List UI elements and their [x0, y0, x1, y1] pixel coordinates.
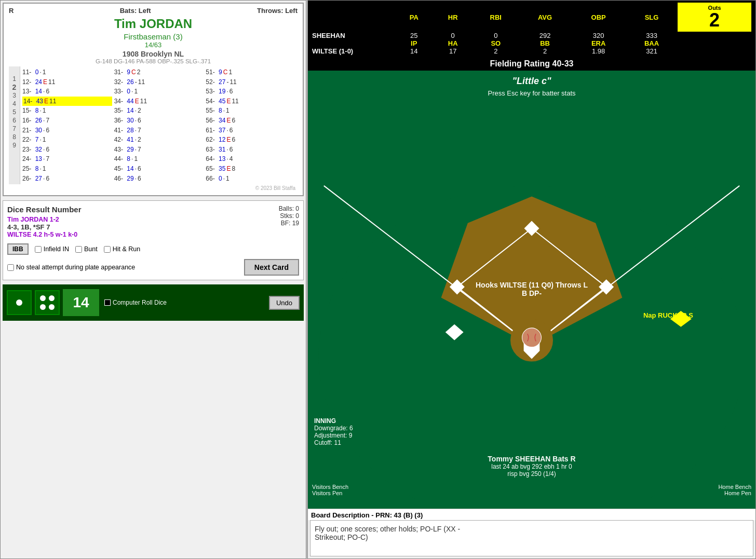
rucker-label: Nap RUCKER S	[643, 311, 693, 319]
result-13: 13- 14· 6	[22, 87, 112, 97]
roll-checkbox-icon	[104, 299, 111, 306]
result-36: 36- 30 · 6	[114, 116, 204, 126]
press-esc-label: Press Esc key for batter stats	[308, 89, 755, 97]
player-position: Firstbaseman (3)	[9, 32, 298, 41]
player-stats: G-148 DG-146 PA-588 OBP-.325 SLG-.371	[9, 58, 298, 64]
downgrade: Downgrade: 6	[314, 425, 353, 432]
undo-button[interactable]: Undo	[269, 296, 300, 310]
result-32: 32- 26- 11	[114, 77, 204, 87]
results-col1: 11- 0 · 1 12- 24E 11 13- 14· 6 14- 43E 1…	[22, 67, 112, 183]
dice-player: Tim JORDAN 1-2	[7, 216, 82, 223]
batter-pa: 25	[395, 32, 433, 39]
result-16: 16- 26 · 7	[22, 116, 112, 126]
pitcher-era: 1.98	[571, 47, 625, 55]
stks-count: Stks: 0	[279, 212, 299, 220]
hit-run-input[interactable]	[104, 246, 111, 253]
batter-hr: 0	[433, 32, 473, 39]
bunt-input[interactable]	[75, 246, 82, 253]
row-2: 2	[9, 83, 20, 91]
infield-in-label: Infield IN	[44, 246, 69, 253]
copyright: © 2023 Bill Staffa	[9, 184, 298, 192]
pitcher-bb: 2	[519, 47, 572, 55]
row-4: 4	[9, 100, 20, 108]
player-name: Tim JORDAN	[9, 17, 298, 31]
row-1: 1	[9, 75, 20, 83]
board-desc-label: Board Description - PRN: 43 (B) (3)	[308, 509, 755, 520]
next-card-button[interactable]: Next Card	[244, 259, 299, 276]
home-pen: Home Pen	[718, 490, 751, 496]
batter-rbi: 0	[473, 32, 519, 39]
result-12: 12- 24E 11	[22, 77, 112, 87]
row-9: 9	[9, 141, 20, 149]
pitcher-baa: 321	[626, 47, 678, 55]
outs-value: 2	[684, 11, 745, 30]
batter-name: SHEEHAN	[312, 32, 395, 39]
player-year-team: 1908 Brooklyn NL	[9, 50, 298, 58]
result-54: 54- 45E 11	[206, 97, 295, 106]
result-65: 65- 35E 8	[206, 164, 295, 174]
hit-run-checkbox[interactable]: Hit & Run	[104, 246, 141, 253]
result-33: 33- 0 · 1	[114, 87, 204, 97]
result-24: 24- 13 · 7	[22, 154, 112, 164]
fielding-rating: Fielding Rating 40-33	[308, 57, 755, 71]
visitors-pen: Visitors Pen	[312, 490, 348, 496]
cutoff: Cutoff: 11	[314, 439, 353, 446]
bunt-checkbox[interactable]: Bunt	[75, 246, 98, 253]
result-63: 63- 31 · 6	[206, 145, 295, 155]
bunt-label: Bunt	[84, 246, 98, 253]
inning-info: INNING Downgrade: 6 Adjustment: 9 Cutoff…	[314, 417, 353, 446]
scoreboard: PA HR RBI AVG OBP SLG Outs 2 SHEEHAN 25 …	[308, 1, 755, 57]
visitors-bench-label: Visitors Bench Visitors Pen	[312, 484, 348, 496]
result-15: 15- 8 · 1	[22, 106, 112, 116]
bats-label: Bats: Left	[120, 7, 151, 15]
dice-section: Dice Result Number Tim JORDAN 1-2 4-3, 1…	[3, 200, 304, 280]
home-bench-label: Home Bench Home Pen	[718, 484, 751, 496]
dice-title: Dice Result Number	[7, 205, 82, 214]
result-55: 55- 8 · 1	[206, 106, 295, 116]
result-56: 56- 34E 6	[206, 116, 295, 126]
board-desc-content: Fly out; one scores; other holds; PO-LF …	[315, 525, 460, 541]
throws-label: Throws: Left	[257, 7, 298, 15]
batter-obp: 320	[571, 32, 625, 39]
row-3: 3	[9, 91, 20, 100]
header-so: SO	[473, 39, 519, 47]
pitcher-line2: B DP-	[308, 289, 755, 297]
result-26: 26- 27 · 6	[22, 174, 112, 184]
result-44: 44- 8 · 1	[114, 154, 204, 164]
header-obp: OBP	[571, 3, 625, 32]
dice-result-line: 4-3, 1B, *SF 7	[7, 223, 82, 231]
header-baa: BAA	[626, 39, 678, 47]
infield-in-checkbox[interactable]: Infield IN	[35, 246, 69, 253]
balls-count: Balls: 0	[279, 205, 299, 212]
hit-run-label: Hit & Run	[113, 246, 141, 253]
adjustment: Adjustment: 9	[314, 432, 353, 439]
board-desc-title: Board Description - PRN: 43 (B) (3)	[311, 511, 423, 519]
batter-info: Tommy SHEEHAN Bats R last 24 ab bvg 292 …	[308, 455, 755, 478]
result-25: 25- 8 · 1	[22, 164, 112, 174]
card-header: R Bats: Left Throws: Left	[9, 7, 298, 15]
row-5: 5	[9, 108, 20, 116]
header-avg: AVG	[519, 3, 572, 32]
dice-display: 14 Computer Roll Dice Undo	[3, 284, 304, 321]
no-steal-input[interactable]	[7, 264, 14, 271]
no-steal-checkbox[interactable]: No steal attempt during plate appearance	[7, 264, 135, 271]
left-panel: R Bats: Left Throws: Left Tim JORDAN Fir…	[0, 0, 306, 559]
result-42: 42- 41 · 2	[114, 135, 204, 145]
ibb-button[interactable]: IBB	[7, 243, 29, 255]
header-ip: IP	[395, 39, 433, 47]
result-23: 23- 32 · 6	[22, 145, 112, 155]
result-53: 53- 19 · 6	[206, 87, 295, 97]
right-panel: PA HR RBI AVG OBP SLG Outs 2 SHEEHAN 25 …	[307, 0, 756, 559]
header-slg: SLG	[626, 3, 678, 32]
home-bench: Home Bench	[718, 484, 751, 490]
infield-in-input[interactable]	[35, 246, 42, 253]
header-pa: PA	[395, 3, 433, 32]
svg-point-10	[522, 328, 542, 347]
header-era: ERA	[571, 39, 625, 47]
results-col2: 31- 9C 2 32- 26- 11 33- 0 · 1 34- 44E 11…	[114, 67, 204, 183]
pitcher-name: WILTSE (1-0)	[312, 47, 395, 55]
row-r-label: R	[9, 7, 14, 15]
result-43: 43- 29 · 7	[114, 145, 204, 155]
player-card: R Bats: Left Throws: Left Tim JORDAN Fir…	[3, 3, 304, 196]
pitcher-line1: Hooks WILTSE (11 Q0) Throws L	[308, 281, 755, 289]
